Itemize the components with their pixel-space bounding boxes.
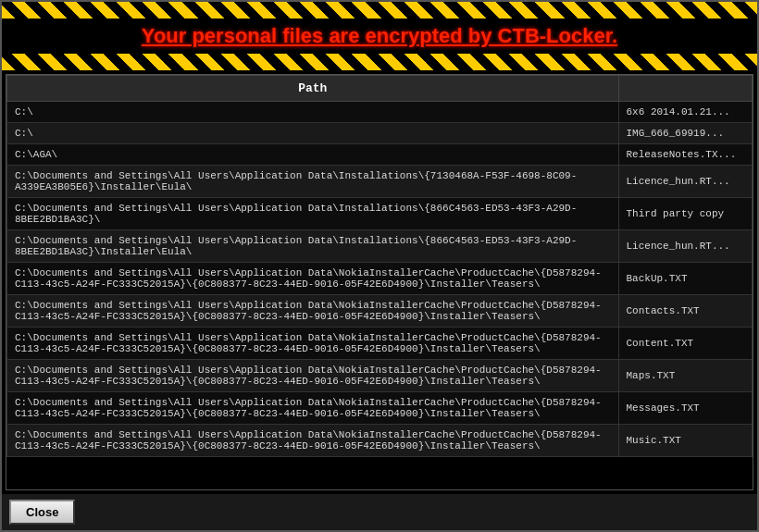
table-cell-path: C:\Documents and Settings\All Users\Appl… (7, 230, 619, 263)
table-row: C:\IMG_666_69919... (7, 123, 753, 144)
table-row: C:\Documents and Settings\All Users\Appl… (7, 263, 753, 295)
hazard-border-top (2, 2, 757, 19)
table-row: C:\6x6 2014.01.21... (7, 102, 753, 123)
table-cell-file: Messages.TXT (618, 392, 753, 425)
table-cell-path: C:\Documents and Settings\All Users\Appl… (7, 392, 619, 425)
table-cell-file: IMG_666_69919... (618, 123, 753, 144)
table-row: C:\Documents and Settings\All Users\Appl… (7, 295, 753, 328)
col-header-path: Path (7, 76, 619, 102)
file-table: Path C:\6x6 2014.01.21...C:\IMG_666_6991… (6, 75, 753, 457)
table-row: C:\Documents and Settings\All Users\Appl… (7, 360, 753, 392)
table-cell-path: C:\Documents and Settings\All Users\Appl… (7, 328, 619, 360)
table-row: C:\Documents and Settings\All Users\Appl… (7, 425, 753, 457)
table-cell-path: C:\Documents and Settings\All Users\Appl… (7, 166, 619, 198)
table-cell-file: 6x6 2014.01.21... (618, 102, 753, 123)
table-cell-file: Licence_hun.RT... (618, 166, 753, 198)
table-row: C:\Documents and Settings\All Users\Appl… (7, 166, 753, 198)
title-bar: Your personal files are encrypted by CTB… (2, 19, 757, 54)
table-cell-file: Licence_hun.RT... (618, 230, 753, 263)
table-cell-path: C:\Documents and Settings\All Users\Appl… (7, 425, 619, 457)
table-cell-path: C:\AGA\ (7, 144, 619, 166)
main-title: Your personal files are encrypted by CTB… (142, 24, 617, 47)
hazard-border-bottom (2, 54, 757, 70)
close-button[interactable]: Close (9, 500, 75, 525)
table-row: C:\Documents and Settings\All Users\Appl… (7, 328, 753, 360)
table-cell-path: C:\Documents and Settings\All Users\Appl… (7, 360, 619, 392)
table-cell-path: C:\Documents and Settings\All Users\Appl… (7, 198, 619, 230)
bottom-bar: Close (2, 494, 757, 530)
table-row: C:\AGA\ReleaseNotes.TX... (7, 144, 753, 166)
table-row: C:\Documents and Settings\All Users\Appl… (7, 230, 753, 263)
table-row: C:\Documents and Settings\All Users\Appl… (7, 392, 753, 425)
table-cell-file: Contacts.TXT (618, 295, 753, 328)
table-cell-path: C:\Documents and Settings\All Users\Appl… (7, 263, 619, 295)
file-table-container[interactable]: Path C:\6x6 2014.01.21...C:\IMG_666_6991… (6, 74, 753, 490)
table-cell-file: Music.TXT (618, 425, 753, 457)
table-cell-path: C:\Documents and Settings\All Users\Appl… (7, 295, 619, 328)
table-cell-file: Maps.TXT (618, 360, 753, 392)
table-cell-path: C:\ (7, 102, 619, 123)
table-cell-file: Content.TXT (618, 328, 753, 360)
table-cell-file: Third party copy (618, 198, 753, 230)
table-cell-file: ReleaseNotes.TX... (618, 144, 753, 166)
content-area: Path C:\6x6 2014.01.21...C:\IMG_666_6991… (2, 70, 757, 494)
table-cell-path: C:\ (7, 123, 619, 144)
main-window: Your personal files are encrypted by CTB… (0, 0, 759, 532)
table-cell-file: BackUp.TXT (618, 263, 753, 295)
table-row: C:\Documents and Settings\All Users\Appl… (7, 198, 753, 230)
col-header-file (618, 76, 753, 102)
